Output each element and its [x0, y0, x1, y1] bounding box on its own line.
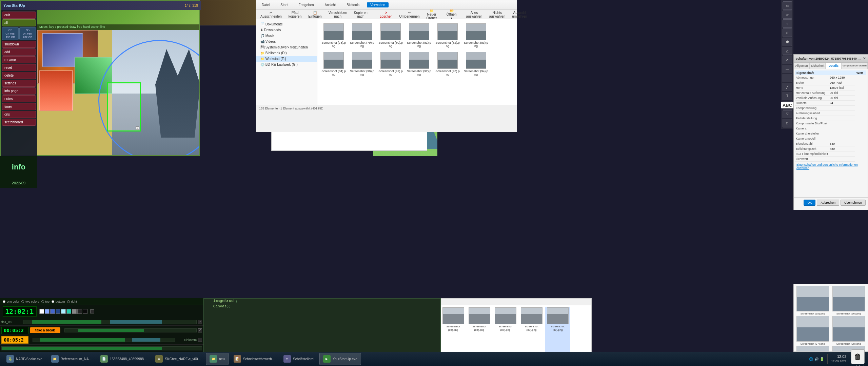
- btn-c-drive[interactable]: C:\C:\ free: 133 GB: [2, 27, 19, 40]
- fe-file-90[interactable]: Screenshot (90).png: [349, 50, 376, 78]
- tl-check-2[interactable]: ✓: [198, 328, 202, 332]
- btn-quit[interactable]: quit: [2, 12, 36, 19]
- sidebar-werkstatt[interactable]: 📁 Werkstatt (E:): [256, 56, 317, 62]
- btn-dns[interactable]: dns: [2, 111, 36, 118]
- taskbar-neu[interactable]: 📁 neu: [206, 353, 229, 365]
- sc-item-98[interactable]: Screenshot (98).png: [831, 316, 866, 345]
- fg-item-85[interactable]: Screenshot(85).png: [440, 307, 466, 358]
- rt-abc-icon[interactable]: ABC: [783, 101, 792, 109]
- sidebar-dokumente[interactable]: 📄 Dokumente: [256, 21, 317, 27]
- btn-add[interactable]: add: [2, 48, 36, 56]
- radio-bottom[interactable]: [52, 300, 54, 303]
- taskbar-yourstartup[interactable]: ▶ YourStartUp.exe: [319, 353, 361, 365]
- fg-item-86[interactable]: Screenshot(86).png: [467, 307, 492, 358]
- rt-penta-icon[interactable]: ⬟: [783, 38, 792, 46]
- checkbox-row1[interactable]: [90, 309, 94, 313]
- rt-square-icon[interactable]: □: [783, 119, 792, 127]
- fe-file-94[interactable]: Screenshot (94).png: [462, 50, 490, 78]
- action-pfad[interactable]: Pfad kopieren: [287, 10, 303, 19]
- sc-item-95[interactable]: Screenshot (95).png: [795, 286, 830, 315]
- radio-one-color[interactable]: [3, 300, 5, 303]
- rt-hline-icon[interactable]: —: [783, 65, 792, 73]
- fe-file-92[interactable]: Screenshot (92).png: [406, 50, 433, 78]
- tl-check-1[interactable]: ✓: [198, 320, 202, 324]
- rt-diamond-icon[interactable]: ◇: [783, 28, 792, 37]
- fe-file-80[interactable]: Screenshot (80).png: [377, 22, 404, 49]
- btn-delete[interactable]: delete: [2, 72, 36, 79]
- action-einfuegen[interactable]: 📋 Einfügen: [306, 10, 323, 19]
- fg-item-89[interactable]: Screenshot(89).png: [545, 307, 570, 358]
- fe-file-82[interactable]: Screenshot (82).png: [434, 22, 461, 49]
- sc-item-99[interactable]: Screenshot (99).png: [795, 346, 830, 352]
- btn-reset[interactable]: reset: [2, 64, 36, 71]
- take-break-button[interactable]: take a break: [30, 327, 60, 333]
- rt-diag-icon[interactable]: ╱: [783, 83, 792, 91]
- prop-tab-vorgaenger[interactable]: Vorgängerversionen: [842, 63, 868, 69]
- btn-scetchboard[interactable]: scetchboard: [2, 119, 36, 126]
- btn-shutdown[interactable]: shutdown: [2, 41, 36, 48]
- btn-info-page[interactable]: info page: [2, 87, 36, 95]
- fe-file-81[interactable]: Screenshot (81).png: [406, 22, 433, 49]
- prop-remove-link[interactable]: Eigenschaften und persönliche Informatio…: [795, 162, 866, 171]
- fe-file-79[interactable]: Screenshot (79).png: [349, 22, 376, 49]
- radio-right[interactable]: [67, 300, 70, 303]
- fe-file-83[interactable]: Screenshot (83).png: [462, 22, 490, 49]
- canvas-area[interactable]: ✓: [37, 30, 199, 155]
- tab-start[interactable]: Start: [277, 2, 291, 7]
- fe-file-91[interactable]: Screenshot (91).png: [377, 50, 404, 78]
- radio-two-colors[interactable]: [21, 300, 24, 303]
- swatch-navy[interactable]: [56, 309, 60, 314]
- rt-triangle-icon[interactable]: △: [783, 47, 792, 55]
- rt-circle-icon[interactable]: ○: [783, 19, 792, 28]
- rt-vline-icon[interactable]: │: [783, 74, 792, 82]
- sidebar-bd-re[interactable]: 💿 BD-RE-Laufwerk (G:): [256, 62, 317, 67]
- tab-freigeben[interactable]: Freigeben: [295, 2, 317, 7]
- fg-item-87[interactable]: Screenshot(87).png: [493, 307, 518, 358]
- fg-item-88[interactable]: Screenshot(88).png: [519, 307, 544, 358]
- tl-check-3[interactable]: [198, 338, 202, 342]
- btn-d-drive[interactable]: D:\D:\ free: 282 GB: [19, 27, 36, 40]
- btn-notes[interactable]: notes: [2, 95, 36, 102]
- sidebar-downloads[interactable]: ⬇ Downloads: [256, 27, 317, 33]
- swatch-gray[interactable]: [72, 309, 77, 314]
- taskbar-skgtec[interactable]: ⚙ SKGtec_NARF-c_v00...: [152, 353, 204, 365]
- btn-all[interactable]: all: [2, 19, 36, 26]
- swatch-dark-blue[interactable]: [50, 309, 55, 314]
- btn-timer[interactable]: timer: [2, 103, 36, 110]
- tab-verwalten[interactable]: Verwalten: [367, 2, 389, 7]
- swatch-teal[interactable]: [66, 309, 71, 314]
- swatch-dark[interactable]: [77, 309, 82, 314]
- action-umbenennen[interactable]: ✏ Umbenennen: [397, 10, 422, 19]
- sidebar-systemlaufwerk[interactable]: 💾 Systemlaufwerk freizuhalten: [256, 44, 317, 50]
- sidebar-bibliothek[interactable]: 📁 Bibliothek (D:): [256, 50, 317, 56]
- radio-top[interactable]: [41, 300, 44, 303]
- fe-file-84[interactable]: Screenshot (84).png: [320, 50, 347, 78]
- tab-bildtools[interactable]: Bildtools: [343, 2, 363, 7]
- sc-item-96[interactable]: Screenshot (96).png: [831, 286, 866, 315]
- sidebar-musik[interactable]: 🎵 Musik: [256, 33, 317, 39]
- taskbar-time[interactable]: 12:02 12.09.2022: [831, 354, 846, 364]
- prop-tab-sicherheit[interactable]: Sicherheit: [810, 63, 826, 69]
- rt-cross-icon[interactable]: ✕: [783, 56, 792, 64]
- action-verschieben[interactable]: Verschieben nach: [327, 10, 349, 19]
- action-ausschneiden[interactable]: ✂ Ausschneiden: [258, 10, 284, 19]
- taskbar-schreibwett[interactable]: 📝 Schreibwettbewerb...: [230, 353, 278, 365]
- tab-datei[interactable]: Datei: [258, 2, 273, 7]
- taskbar-schrift[interactable]: ✏ Schriftstellerei: [280, 353, 318, 365]
- prop-close-icon[interactable]: ✕: [863, 57, 866, 60]
- action-neuer-ordner[interactable]: 📁 Neuer Ordner: [425, 8, 439, 21]
- taskbar-trash[interactable]: 🗑 Papierkorb: [850, 349, 865, 366]
- action-loeschen[interactable]: ✕ Löschen: [378, 10, 395, 19]
- rt-para-icon[interactable]: ▱: [783, 11, 792, 19]
- action-nichts[interactable]: Nichts auswählen: [487, 10, 507, 19]
- sc-item-97[interactable]: Screenshot (97).png: [795, 316, 830, 345]
- action-auswahl-umkehren[interactable]: Auswahl umkehren: [510, 10, 529, 19]
- fe-file-78[interactable]: Screenshot (78).png: [320, 22, 347, 49]
- rt-text-icon[interactable]: T: [783, 92, 792, 100]
- rt-down-arrow-icon[interactable]: ∇: [783, 110, 792, 119]
- taskbar-referenzraum[interactable]: 📁 Referenzraum_NA...: [47, 353, 95, 365]
- action-oeffnen[interactable]: 📂 Öffnen ▾: [445, 8, 459, 21]
- prop-abbrechen-btn[interactable]: Abbrechen: [817, 200, 839, 206]
- action-alles-auswaehlen[interactable]: Alles auswählen: [464, 10, 485, 19]
- swatch-black[interactable]: [83, 309, 87, 314]
